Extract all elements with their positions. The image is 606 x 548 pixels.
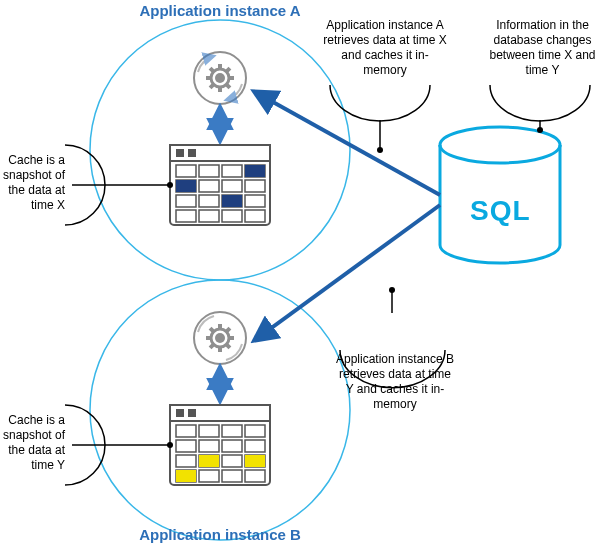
svg-rect-44 bbox=[176, 455, 196, 467]
svg-rect-12 bbox=[188, 149, 196, 157]
instance-a-title: Application instance A bbox=[120, 2, 320, 21]
svg-rect-36 bbox=[176, 425, 196, 437]
svg-point-58 bbox=[167, 442, 173, 448]
svg-point-6 bbox=[215, 333, 225, 343]
db-change-note: Information in the database changes betw… bbox=[485, 18, 600, 78]
svg-rect-54 bbox=[176, 470, 196, 482]
cache-note-b: Cache is a snapshot of the data at time … bbox=[0, 413, 65, 473]
svg-rect-37 bbox=[199, 425, 219, 437]
cache-table-a bbox=[170, 145, 270, 225]
svg-rect-49 bbox=[199, 470, 219, 482]
svg-point-60 bbox=[377, 147, 383, 153]
svg-rect-20 bbox=[245, 180, 265, 192]
svg-rect-13 bbox=[176, 165, 196, 177]
svg-rect-51 bbox=[245, 470, 265, 482]
callout-connector bbox=[490, 85, 590, 121]
instance-b-title: Application instance B bbox=[120, 526, 320, 545]
svg-rect-19 bbox=[222, 180, 242, 192]
cache-table-b bbox=[170, 405, 270, 485]
svg-rect-15 bbox=[222, 165, 242, 177]
retrieve-note-a: Application instance A retrieves data at… bbox=[320, 18, 450, 78]
svg-rect-11 bbox=[176, 149, 184, 157]
svg-rect-21 bbox=[176, 195, 196, 207]
sql-label: SQL bbox=[470, 195, 531, 227]
gear-icon bbox=[194, 312, 246, 364]
svg-rect-30 bbox=[176, 180, 196, 192]
svg-rect-26 bbox=[199, 210, 219, 222]
svg-rect-25 bbox=[176, 210, 196, 222]
svg-rect-53 bbox=[245, 455, 265, 467]
svg-rect-29 bbox=[245, 165, 265, 177]
cache-note-a: Cache is a snapshot of the data at time … bbox=[0, 153, 65, 213]
svg-rect-10 bbox=[170, 145, 270, 161]
svg-rect-24 bbox=[245, 195, 265, 207]
svg-rect-35 bbox=[188, 409, 196, 417]
svg-point-62 bbox=[537, 127, 543, 133]
svg-rect-28 bbox=[245, 210, 265, 222]
svg-point-64 bbox=[389, 287, 395, 293]
gear-icon bbox=[194, 52, 246, 104]
svg-rect-46 bbox=[222, 455, 242, 467]
svg-rect-22 bbox=[199, 195, 219, 207]
svg-rect-38 bbox=[222, 425, 242, 437]
db-to-instance-a-arrow bbox=[255, 92, 440, 195]
db-to-instance-b-arrow bbox=[255, 205, 440, 340]
svg-point-56 bbox=[167, 182, 173, 188]
svg-rect-41 bbox=[199, 440, 219, 452]
svg-rect-27 bbox=[222, 210, 242, 222]
svg-rect-42 bbox=[222, 440, 242, 452]
svg-rect-34 bbox=[176, 409, 184, 417]
svg-rect-52 bbox=[199, 455, 219, 467]
svg-rect-18 bbox=[199, 180, 219, 192]
svg-rect-40 bbox=[176, 440, 196, 452]
diagram-canvas bbox=[0, 0, 606, 548]
svg-rect-43 bbox=[245, 440, 265, 452]
svg-rect-50 bbox=[222, 470, 242, 482]
svg-rect-33 bbox=[170, 405, 270, 421]
retrieve-note-b: Application instance B retrieves data at… bbox=[335, 352, 455, 412]
svg-rect-31 bbox=[222, 195, 242, 207]
svg-point-2 bbox=[215, 73, 225, 83]
svg-rect-14 bbox=[199, 165, 219, 177]
svg-rect-39 bbox=[245, 425, 265, 437]
